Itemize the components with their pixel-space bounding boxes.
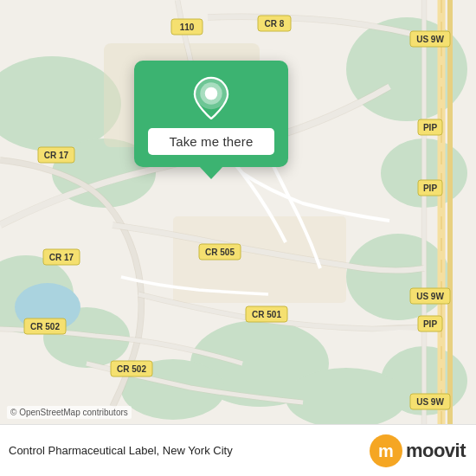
moovit-icon: m: [370, 434, 402, 467]
location-pin-icon: [190, 76, 233, 119]
svg-text:US 9W: US 9W: [416, 292, 444, 301]
svg-text:m: m: [378, 441, 394, 460]
svg-point-46: [206, 89, 217, 100]
svg-text:CR 505: CR 505: [205, 248, 235, 257]
svg-text:CR 8: CR 8: [265, 19, 285, 29]
svg-text:PIP: PIP: [423, 183, 437, 193]
svg-text:US 9W: US 9W: [416, 397, 444, 407]
bottom-bar: Control Pharmaceutical Label, New York C…: [0, 424, 476, 476]
svg-text:PIP: PIP: [423, 319, 437, 329]
location-name: Control Pharmaceutical Label, New York C…: [9, 444, 233, 457]
svg-text:US 9W: US 9W: [416, 35, 444, 44]
svg-text:CR 17: CR 17: [49, 253, 74, 262]
svg-text:CR 501: CR 501: [252, 310, 281, 319]
svg-text:PIP: PIP: [423, 123, 437, 132]
bottom-left-info: Control Pharmaceutical Label, New York C…: [9, 444, 233, 457]
popup-card: Take me there: [134, 61, 288, 167]
map-container: 110 CR 8 US 9W PIP PIP PIP CR 17 CR 17: [0, 0, 476, 424]
map-attribution: © OpenStreetMap contributors: [7, 406, 132, 419]
svg-text:CR 17: CR 17: [44, 151, 69, 160]
moovit-logo: m moovit: [370, 434, 466, 467]
svg-text:110: 110: [180, 23, 195, 32]
svg-text:CR 502: CR 502: [30, 322, 60, 331]
moovit-brand-text: moovit: [406, 440, 466, 462]
take-me-there-button[interactable]: Take me there: [148, 128, 274, 155]
svg-text:CR 502: CR 502: [117, 364, 146, 374]
svg-point-7: [346, 234, 450, 320]
app-container: 110 CR 8 US 9W PIP PIP PIP CR 17 CR 17: [0, 0, 476, 476]
